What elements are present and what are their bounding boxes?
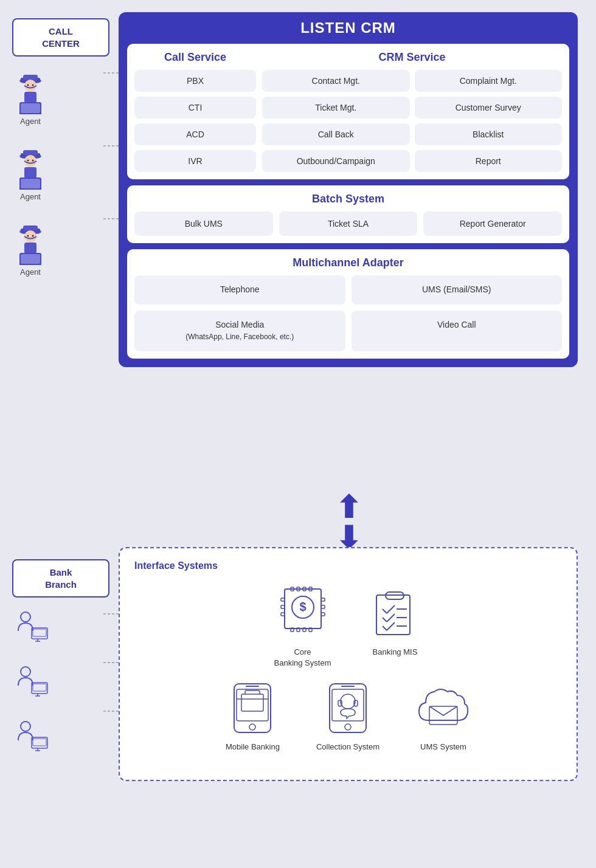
main-panel: LISTEN CRM Call Service PBX CTI ACD IVR … bbox=[119, 12, 578, 367]
interface-systems-title: Interface Systems bbox=[134, 560, 562, 571]
collection-system-label: Collection System bbox=[316, 742, 379, 753]
crm-item-customer-survey: Customer Survey bbox=[415, 97, 563, 119]
agent-icon-2: Agent bbox=[12, 144, 49, 201]
listen-crm-box: LISTEN CRM Call Service PBX CTI ACD IVR … bbox=[119, 12, 578, 367]
svg-point-5 bbox=[32, 84, 34, 86]
core-banking-item: $ CoreBanking System bbox=[274, 586, 331, 669]
interface-icons-row-1: $ CoreBanking System bbox=[134, 586, 562, 669]
multichannel-adapter-title: Multichannel Adapter bbox=[134, 257, 562, 269]
svg-point-16 bbox=[32, 160, 34, 162]
svg-rect-6 bbox=[24, 92, 36, 103]
svg-line-79 bbox=[383, 618, 387, 622]
collection-system-item: Collection System bbox=[316, 681, 379, 753]
crm-service-col: CRM Service Contact Mgt. Complaint Mgt. … bbox=[262, 51, 562, 172]
svg-rect-24 bbox=[23, 226, 38, 230]
ums-system-label: UMS System bbox=[420, 742, 466, 753]
banking-mis-item: Banking MIS bbox=[367, 586, 422, 669]
batch-item-report-generator: Report Generator bbox=[423, 212, 562, 236]
batch-item-bulk-ums: Bulk UMS bbox=[134, 212, 273, 236]
svg-rect-17 bbox=[24, 167, 36, 178]
svg-point-44 bbox=[21, 667, 30, 677]
svg-line-77 bbox=[387, 605, 395, 613]
agent-label-3: Agent bbox=[12, 267, 49, 277]
svg-rect-40 bbox=[32, 628, 47, 639]
svg-rect-51 bbox=[33, 739, 46, 746]
svg-point-27 bbox=[32, 235, 34, 237]
call-service-item-acd: ACD bbox=[134, 123, 256, 145]
ums-system-icon bbox=[416, 681, 471, 735]
bank-branch-label: BankBranch bbox=[21, 567, 101, 590]
mobile-banking-item: Mobile Banking bbox=[226, 681, 280, 753]
svg-point-49 bbox=[21, 722, 30, 731]
svg-line-82 bbox=[383, 626, 387, 630]
multichannel-social-media: Social Media(WhatsApp, Line, Facebook, e… bbox=[134, 311, 345, 351]
interface-systems-panel: Interface Systems bbox=[119, 547, 578, 781]
agent-item-2: Agent bbox=[12, 144, 109, 201]
svg-point-89 bbox=[249, 724, 255, 730]
svg-rect-28 bbox=[24, 243, 36, 253]
ums-system-item: UMS System bbox=[416, 681, 471, 753]
svg-line-83 bbox=[387, 622, 395, 630]
crm-item-report: Report bbox=[415, 150, 563, 172]
call-service-items: PBX CTI ACD IVR bbox=[134, 70, 256, 172]
crm-service-title: CRM Service bbox=[262, 51, 562, 64]
svg-rect-91 bbox=[330, 684, 366, 732]
svg-point-96 bbox=[345, 724, 351, 730]
svg-rect-13 bbox=[23, 150, 38, 155]
svg-point-4 bbox=[27, 84, 29, 86]
call-service-item-ivr: IVR bbox=[134, 150, 256, 172]
batch-item-ticket-sla: Ticket SLA bbox=[279, 212, 418, 236]
batch-system-title: Batch System bbox=[134, 193, 562, 205]
call-service-item-cti: CTI bbox=[134, 97, 256, 119]
svg-rect-30 bbox=[21, 254, 40, 264]
bank-branch-panel: BankBranch bbox=[12, 559, 109, 756]
crm-service-grid: Contact Mgt. Complaint Mgt. Ticket Mgt. … bbox=[262, 70, 562, 172]
crm-item-call-back: Call Back bbox=[262, 123, 410, 145]
call-crm-service-section: Call Service PBX CTI ACD IVR CRM Service… bbox=[127, 44, 569, 179]
agent-icon-1: Agent bbox=[12, 69, 49, 126]
bank-branch-box: BankBranch bbox=[12, 559, 109, 598]
banking-mis-icon bbox=[367, 586, 422, 641]
bank-agents bbox=[12, 610, 109, 756]
agent-label-2: Agent bbox=[12, 192, 49, 201]
svg-rect-87 bbox=[241, 694, 263, 711]
svg-rect-41 bbox=[33, 629, 46, 636]
multichannel-ums: UMS (Email/SMS) bbox=[352, 275, 563, 305]
vertical-arrow-icon: ⬆⬇ bbox=[336, 492, 361, 553]
agent-icon-3: Agent bbox=[12, 219, 49, 277]
bank-person-icon-2 bbox=[12, 664, 49, 701]
call-service-item-pbx: PBX bbox=[134, 70, 256, 92]
svg-point-93 bbox=[341, 694, 355, 709]
svg-rect-85 bbox=[234, 684, 271, 732]
svg-rect-50 bbox=[32, 737, 47, 748]
left-panel: CALLCENTER bbox=[12, 18, 109, 277]
svg-point-39 bbox=[21, 612, 30, 622]
svg-line-76 bbox=[383, 609, 387, 613]
interface-systems-box: Interface Systems bbox=[119, 547, 578, 781]
svg-line-80 bbox=[387, 614, 395, 622]
bank-person-icon-3 bbox=[12, 719, 49, 756]
svg-point-26 bbox=[27, 235, 29, 237]
multichannel-grid: Telephone UMS (Email/SMS) Social Media(W… bbox=[134, 275, 562, 351]
multichannel-video-call: Video Call bbox=[352, 311, 563, 351]
bank-person-3 bbox=[12, 719, 109, 756]
listen-crm-title: LISTEN CRM bbox=[127, 19, 569, 36]
multichannel-telephone: Telephone bbox=[134, 275, 345, 305]
svg-rect-2 bbox=[23, 75, 38, 80]
service-row: Call Service PBX CTI ACD IVR CRM Service… bbox=[134, 51, 562, 172]
crm-item-contact-mgt: Contact Mgt. bbox=[262, 70, 410, 92]
collection-system-icon bbox=[324, 681, 372, 735]
svg-point-3 bbox=[24, 80, 36, 92]
call-service-col: Call Service PBX CTI ACD IVR bbox=[134, 51, 256, 172]
crm-item-complaint-mgt: Complaint Mgt. bbox=[415, 70, 563, 92]
vertical-arrow-container: ⬆⬇ bbox=[119, 492, 578, 553]
mobile-banking-icon bbox=[228, 681, 277, 735]
svg-point-14 bbox=[24, 155, 36, 167]
agent-label-1: Agent bbox=[12, 117, 49, 126]
core-banking-icon: $ bbox=[275, 586, 330, 641]
mobile-banking-label: Mobile Banking bbox=[226, 742, 280, 753]
bank-person-2 bbox=[12, 664, 109, 701]
batch-system-section: Batch System Bulk UMS Ticket SLA Report … bbox=[127, 185, 569, 243]
interface-icons-row-2: Mobile Banking Colle bbox=[134, 681, 562, 753]
core-banking-label: CoreBanking System bbox=[274, 647, 331, 669]
